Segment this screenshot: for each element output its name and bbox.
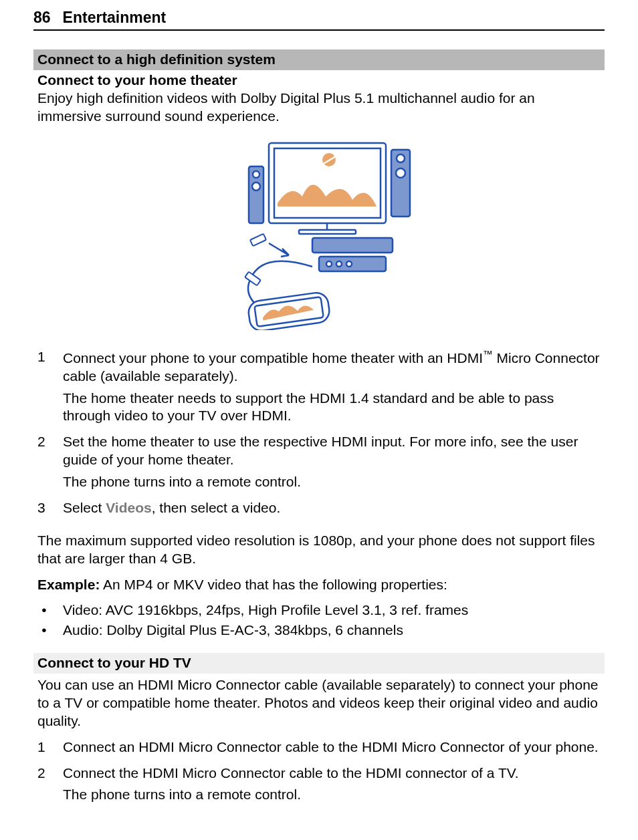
hd-tv-intro: You can use an HDMI Micro Connector cabl… [33,676,605,730]
step-text: The phone turns into a remote control. [63,786,601,804]
svg-point-10 [396,168,405,178]
step-text: Connect your phone to your compatible ho… [63,350,483,366]
bullet-row: • Video: AVC 1916kbps, 24fps, High Profi… [37,601,601,619]
step-number: 2 [37,764,51,809]
menu-label-videos: Videos [106,500,151,515]
steps-home-theater: 1 Connect your phone to your compatible … [33,348,605,521]
chapter-title: Entertainment [63,8,167,27]
trademark-symbol: ™ [483,349,493,360]
bullet-text: Video: AVC 1916kbps, 24fps, High Profile… [63,601,468,619]
intro-paragraph: Enjoy high definition videos with Dolby … [33,90,605,126]
svg-rect-4 [299,230,356,234]
step-text: Connect an HDMI Micro Connector cable to… [63,738,601,756]
svg-rect-17 [245,272,261,286]
svg-point-7 [253,171,259,178]
step-row: 2 Set the home theater to use the respec… [37,433,601,495]
svg-rect-11 [312,238,393,253]
bullet-icon: • [37,621,51,640]
example-paragraph: Example: An MP4 or MKV video that has th… [33,576,605,594]
bullet-row: • Audio: Dolby Digital Plus E-AC-3, 384k… [37,621,601,640]
step-body: Set the home theater to use the respecti… [63,433,601,495]
step-text: The home theater needs to support the HD… [63,390,601,426]
illustration-home-theater [33,136,605,335]
svg-point-9 [397,154,405,162]
page-header: 86 Entertainment [33,8,605,31]
step-text-post: , then select a video. [152,500,281,515]
bullet-text: Audio: Dolby Digital Plus E-AC-3, 384kbp… [63,621,403,640]
step-number: 1 [37,738,51,760]
svg-rect-16 [250,234,266,246]
step-body: Connect the HDMI Micro Connector cable t… [63,764,601,809]
step-body: Connect your phone to your compatible ho… [63,348,601,430]
section-heading-high-definition: Connect to a high definition system [33,49,605,70]
subheading-home-theater: Connect to your home theater [33,70,605,90]
svg-point-8 [252,182,260,190]
svg-point-15 [346,261,352,267]
example-bullets: • Video: AVC 1916kbps, 24fps, High Profi… [33,601,605,640]
step-text: The phone turns into a remote control. [63,473,601,491]
step-body: Select Videos, then select a video. [63,499,601,521]
step-body: Connect an HDMI Micro Connector cable to… [63,738,601,760]
example-text: An MP4 or MKV video that has the followi… [100,577,447,592]
max-resolution-note: The maximum supported video resolution i… [33,532,605,568]
svg-point-14 [336,261,342,267]
example-label: Example: [37,577,100,592]
step-row: 1 Connect an HDMI Micro Connector cable … [37,738,601,760]
step-text-pre: Select [63,500,106,515]
step-row: 2 Connect the HDMI Micro Connector cable… [37,764,601,809]
step-number: 1 [37,348,51,430]
step-number: 3 [37,499,51,521]
step-text: Set the home theater to use the respecti… [63,433,601,469]
bullet-icon: • [37,601,51,619]
step-text: Connect the HDMI Micro Connector cable t… [63,764,601,783]
page-number: 86 [33,8,51,27]
document-page: 86 Entertainment Connect to a high defin… [0,0,638,840]
svg-point-13 [326,261,332,267]
hdmi-illustration-icon [212,136,426,330]
step-row: 3 Select Videos, then select a video. [37,499,601,521]
step-row: 1 Connect your phone to your compatible … [37,348,601,430]
steps-hd-tv: 1 Connect an HDMI Micro Connector cable … [33,738,605,809]
section-heading-hd-tv: Connect to your HD TV [33,653,605,674]
step-number: 2 [37,433,51,495]
